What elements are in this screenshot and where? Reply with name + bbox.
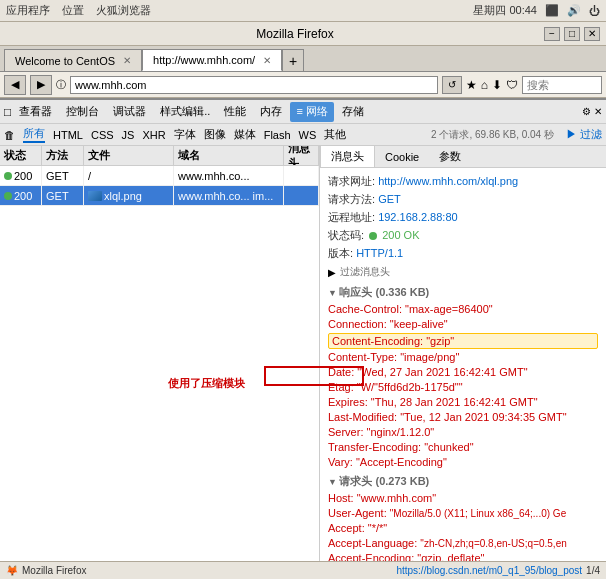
header-content-encoding: Content-Encoding: "gzip" [328, 333, 598, 349]
position-menu[interactable]: 位置 [62, 3, 84, 18]
maximize-button[interactable]: □ [564, 27, 580, 41]
row1-domain: www.mhh.co... [174, 166, 284, 185]
cache-control-value: "max-age=86400" [405, 303, 493, 315]
filter-media[interactable]: 媒体 [234, 127, 256, 142]
filter-icon: 🗑 [4, 129, 15, 141]
app-menu[interactable]: 应用程序 [6, 3, 50, 18]
network-button[interactable]: ≡ 网络 [290, 102, 333, 122]
browser-content: □ 查看器 控制台 调试器 样式编辑.. 性能 内存 ≡ 网络 存储 ⚙ ✕ 🗑… [0, 98, 606, 561]
filter-js[interactable]: JS [122, 129, 135, 141]
col-domain: 域名 [174, 146, 284, 165]
header-content-type: Content-Type: "image/png" [328, 351, 598, 363]
row2-file: xlql.png [84, 186, 174, 205]
close-button[interactable]: ✕ [584, 27, 600, 41]
req-header-user-agent: User-Agent: "Mozilla/5.0 (X11; Linux x86… [328, 507, 598, 519]
title-bar: Mozilla Firefox − □ ✕ [0, 22, 606, 46]
sync-icon: ⬇ [492, 78, 502, 92]
firefox-icon: 🦊 [6, 565, 18, 576]
reload-button[interactable]: ↺ [442, 76, 462, 94]
style-editor-button[interactable]: 样式编辑.. [154, 102, 216, 122]
connection-value: "keep-alive" [390, 318, 448, 330]
status-code-dot [369, 232, 377, 240]
remote-addr-label: 远程地址: [328, 211, 375, 223]
req-header-accept-encoding: Accept-Encoding: "gzip, deflate" [328, 552, 598, 561]
tab-label-welcome: Welcome to CentOS [15, 55, 115, 67]
transfer-encoding-label: Transfer-Encoding: [328, 441, 421, 453]
storage-button[interactable]: 存储 [336, 102, 370, 122]
request-method-value: GET [378, 193, 401, 205]
user-agent-value: "Mozilla/5.0 (X11; Linux x86_64;...0) Ge [390, 508, 566, 519]
req-header-accept-language: Accept-Language: "zh-CN,zh;q=0.8,en-US;q… [328, 537, 598, 549]
filter-ws[interactable]: WS [299, 129, 317, 141]
power-icon: ⏻ [589, 5, 600, 17]
filter-link[interactable]: ▶ 过滤 [566, 127, 602, 142]
request-url-label: 请求网址: [328, 175, 375, 187]
response-headers-section: 响应头 (0.336 KB) [328, 285, 598, 300]
network-filter-bar: 🗑 所有 HTML CSS JS XHR 字体 图像 媒体 Flash WS 其… [0, 124, 606, 146]
filter-all[interactable]: 所有 [23, 126, 45, 143]
filter-xhr[interactable]: XHR [142, 129, 165, 141]
request-headers-section: 请求头 (0.273 KB) [328, 474, 598, 489]
new-tab-button[interactable]: + [282, 49, 304, 71]
tab-close-welcome[interactable]: ✕ [123, 55, 131, 66]
info-version: 版本: HTTP/1.1 [328, 246, 598, 261]
tab-mhh[interactable]: http://www.mhh.com/ ✕ [142, 49, 282, 71]
transfer-encoding-value: "chunked" [424, 441, 473, 453]
forward-button[interactable]: ▶ [30, 75, 52, 95]
info-remote-addr: 远程地址: 192.168.2.88:80 [328, 210, 598, 225]
info-request-method: 请求方法: GET [328, 192, 598, 207]
filter-image[interactable]: 图像 [204, 127, 226, 142]
accept-label: Accept: [328, 522, 365, 534]
minimize-button[interactable]: − [544, 27, 560, 41]
tab-close-mhh[interactable]: ✕ [263, 55, 271, 66]
filter-other[interactable]: 其他 [324, 127, 346, 142]
address-input[interactable] [70, 76, 438, 94]
filter-css[interactable]: CSS [91, 129, 114, 141]
row1-file: / [84, 166, 174, 185]
accept-encoding-label: Accept-Encoding: [328, 552, 414, 561]
system-tray: 星期四 00:44 ⬛ 🔊 ⏻ [473, 3, 600, 18]
req-header-accept: Accept: "*/*" [328, 522, 598, 534]
status-label: Mozilla Firefox [22, 565, 86, 576]
row2-type [284, 186, 319, 205]
col-file: 文件 [84, 146, 174, 165]
info-tab-params[interactable]: 参数 [429, 146, 471, 167]
annotation-text: 使用了压缩模块 [168, 376, 245, 391]
req-header-host: Host: "www.mhh.com" [328, 492, 598, 504]
header-etag: Etag: "W/"5ffd6d2b-1175d"" [328, 381, 598, 393]
request-method-label: 请求方法: [328, 193, 375, 205]
accept-language-label: Accept-Language: [328, 537, 417, 549]
filter-html[interactable]: HTML [53, 129, 83, 141]
firefox-menu[interactable]: 火狐浏览器 [96, 3, 151, 18]
status-url: https://blog.csdn.net/m0_q1_95/blog_post [396, 565, 582, 576]
performance-button[interactable]: 性能 [218, 102, 252, 122]
back-button[interactable]: ◀ [4, 75, 26, 95]
expires-value: "Thu, 28 Jan 2021 16:42:41 GMT" [371, 396, 538, 408]
info-content: 请求网址: http://www.mhh.com/xlql.png 请求方法: … [320, 168, 606, 561]
filter-flash[interactable]: Flash [264, 129, 291, 141]
system-menu-bar: 应用程序 位置 火狐浏览器 [6, 3, 151, 18]
info-tab-headers[interactable]: 消息头 [320, 146, 375, 167]
request-row-2[interactable]: 200 GET xlql.png www.mhh.co... im... [0, 186, 319, 206]
search-input[interactable] [522, 76, 602, 94]
window-title: Mozilla Firefox [46, 27, 544, 41]
status-bar: 🦊 Mozilla Firefox https://blog.csdn.net/… [0, 561, 606, 579]
info-tab-cookies[interactable]: Cookie [375, 146, 429, 167]
header-cache-control: Cache-Control: "max-age=86400" [328, 303, 598, 315]
bookmark-icon: ★ [466, 78, 477, 92]
inspector-button[interactable]: 查看器 [13, 102, 58, 122]
tab-welcome[interactable]: Welcome to CentOS ✕ [4, 49, 142, 71]
status-dot-2 [4, 192, 12, 200]
console-button[interactable]: 控制台 [60, 102, 105, 122]
accept-encoding-value: "gzip, deflate" [417, 552, 484, 561]
row2-filename: xlql.png [104, 190, 142, 202]
col-type: 消息头 [284, 146, 319, 165]
debugger-button[interactable]: 调试器 [107, 102, 152, 122]
info-request-url: 请求网址: http://www.mhh.com/xlql.png [328, 174, 598, 189]
file-type-icon [88, 191, 102, 201]
request-row-1[interactable]: 200 GET / www.mhh.co... [0, 166, 319, 186]
memory-button[interactable]: 内存 [254, 102, 288, 122]
expires-label: Expires: [328, 396, 368, 408]
home-icon: ⌂ [481, 78, 488, 92]
filter-font[interactable]: 字体 [174, 127, 196, 142]
